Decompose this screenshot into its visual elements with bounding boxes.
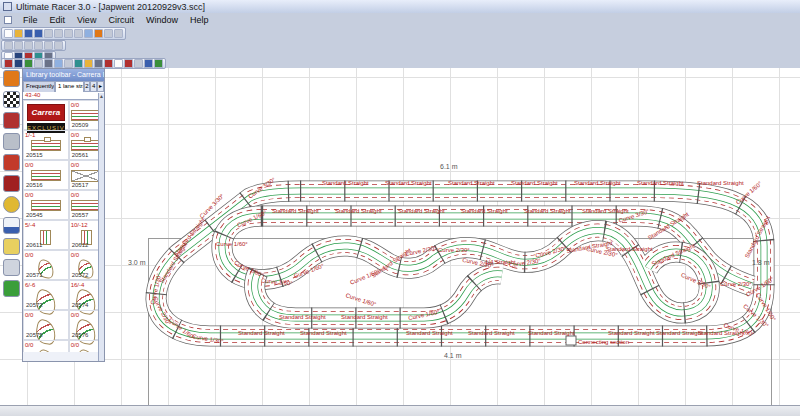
- piece-thumbnail: [71, 110, 101, 121]
- piece-number: 20612: [72, 242, 89, 248]
- piece-number: 20574: [72, 302, 89, 308]
- piece-thumbnail: [31, 200, 61, 211]
- library-scrollbar[interactable]: ▲: [98, 93, 104, 361]
- piece-number: 20573: [26, 302, 43, 308]
- piece-thumbnail: [71, 140, 101, 151]
- library-grid: CarreraEXCLUSIV0/0205091/-1205150/020561…: [23, 99, 104, 352]
- library-item-20578[interactable]: 0/020578: [23, 340, 69, 352]
- piece-number: 20611: [26, 242, 42, 248]
- piece-offset-code: 6/-6: [25, 282, 67, 288]
- library-item-20611[interactable]: 5/-420611: [23, 220, 69, 250]
- library-tab-button-1[interactable]: 4: [90, 81, 97, 92]
- piece-offset-code: 0/0: [25, 162, 67, 168]
- piece-number: 20516: [26, 182, 43, 188]
- library-item-logo[interactable]: CarreraEXCLUSIV: [23, 100, 69, 130]
- piece-number: 20561: [72, 152, 89, 158]
- library-item-20545[interactable]: 0/020545: [23, 190, 69, 220]
- piece-number: 20515: [26, 152, 43, 158]
- piece-thumbnail: [71, 200, 101, 211]
- piece-thumbnail: [36, 349, 55, 352]
- library-tab-button-0[interactable]: 2: [84, 81, 91, 92]
- library-badge: 43-40: [23, 92, 104, 99]
- library-tabs: Frequently used1 lane straight24▸: [23, 81, 104, 92]
- library-tab-frequently-used[interactable]: Frequently used: [23, 81, 55, 92]
- track-layout-drawing: [0, 0, 800, 416]
- piece-offset-code: 5/-4: [25, 222, 67, 228]
- piece-number: 20576: [72, 332, 89, 338]
- library-tab-1-lane-straight[interactable]: 1 lane straight: [55, 81, 84, 92]
- piece-offset-code: 0/0: [25, 192, 67, 198]
- library-item-20575[interactable]: 0/020575: [23, 310, 69, 340]
- library-item-20515[interactable]: 1/-120515: [23, 130, 69, 160]
- library-title[interactable]: Library toolbar - Carrera Exclu...: [23, 69, 104, 81]
- piece-thumbnail: [31, 140, 61, 151]
- piece-number: 20575: [26, 332, 43, 338]
- library-tab-button-2[interactable]: ▸: [97, 81, 104, 92]
- piece-number: 20545: [26, 212, 43, 218]
- piece-offset-code: 0/0: [25, 252, 67, 258]
- piece-thumbnail: [77, 349, 96, 352]
- piece-number: 20509: [72, 122, 89, 128]
- piece-thumbnail: [71, 170, 101, 182]
- piece-offset-code: 0/0: [25, 312, 67, 318]
- library-panel: Library toolbar - Carrera Exclu... Frequ…: [22, 68, 105, 362]
- carrera-logo: Carrera: [27, 104, 65, 121]
- library-item-20571[interactable]: 0/020571: [23, 250, 69, 280]
- piece-thumbnail: [31, 170, 61, 181]
- piece-number: 20572: [72, 272, 89, 278]
- piece-number: 20557: [72, 212, 89, 218]
- library-item-20516[interactable]: 0/020516: [23, 160, 69, 190]
- library-item-20573[interactable]: 6/-620573: [23, 280, 69, 310]
- piece-number: 20571: [26, 272, 43, 278]
- piece-offset-code: 0/0: [25, 342, 67, 348]
- piece-number: 20517: [72, 182, 89, 188]
